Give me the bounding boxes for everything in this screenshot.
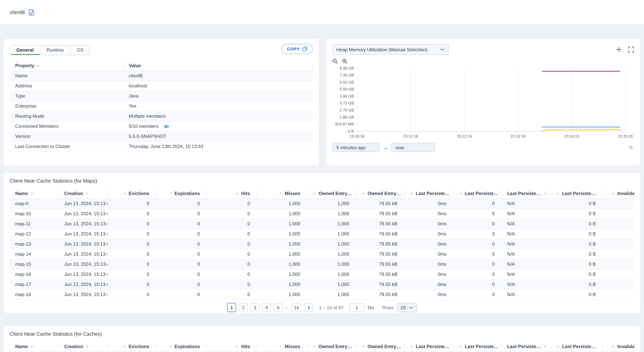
column-header-3[interactable]: Expirations	[156, 188, 207, 199]
page: clientB GeneralRuntimeOS COPY PropertyVa…	[0, 0, 644, 352]
y-axis-label: 7.45 GB	[340, 73, 354, 77]
sort-caret-icon	[459, 346, 462, 348]
table-row[interactable]: map-14Jun 13, 2024, 15:13:450001,0001,00…	[10, 249, 634, 259]
property-cell: Address	[10, 81, 123, 91]
zoom-in-icon[interactable]	[342, 58, 348, 64]
metric-selector[interactable]: Heap Memory Utilization (Manual Selectio…	[332, 44, 449, 55]
sort-caret-icon	[556, 193, 560, 195]
sort-caret-icon	[612, 346, 615, 348]
copy-icon	[302, 47, 307, 51]
table-row[interactable]: map-11Jun 13, 2024, 15:13:440001,0001,00…	[10, 219, 634, 229]
time-from-input[interactable]	[332, 143, 380, 152]
rows-per-page-value: 10	[400, 305, 406, 310]
fullscreen-icon[interactable]	[628, 47, 634, 52]
column-header-9[interactable]: Last Persiste…	[454, 188, 502, 199]
property-cell: Type	[10, 91, 123, 101]
column-label: Hits	[241, 191, 250, 196]
page-button-2[interactable]: 2	[239, 303, 248, 312]
column-header-2[interactable]: Evictions	[108, 188, 156, 199]
table-row[interactable]: map-17Jun 13, 2024, 15:13:450001,0001,00…	[10, 279, 634, 290]
column-header-8[interactable]: Last Persiste…	[404, 188, 454, 199]
caches-stats-card: Client Near Cache Statistics (for Caches…	[3, 325, 641, 352]
column-header-5[interactable]: Misses	[257, 188, 307, 199]
table-row[interactable]: map-18Jun 13, 2024, 15:13:450001,0001,00…	[10, 290, 634, 300]
table-row: Version5.5.0-SNAPSHOT	[10, 131, 313, 141]
column-header-8[interactable]: Last Persiste…	[404, 342, 454, 352]
column-header-4[interactable]: Hits	[207, 342, 257, 352]
column-header-7[interactable]: Owned Entry…	[356, 342, 404, 352]
table-row[interactable]: map-13Jun 13, 2024, 15:13:450001,0001,00…	[10, 239, 634, 249]
time-to-input[interactable]	[391, 143, 435, 152]
column-header-2[interactable]: Evictions	[108, 342, 156, 352]
column-header-10[interactable]: Last Persiste…	[502, 342, 550, 352]
table-row[interactable]: map-15Jun 13, 2024, 15:13:450001,0001,00…	[10, 259, 634, 269]
tab-general[interactable]: General	[10, 45, 40, 55]
column-label: Evictions	[128, 344, 149, 350]
next-page-button[interactable]	[304, 303, 313, 312]
sort-caret-icon	[410, 346, 414, 348]
column-header-3[interactable]: Expirations	[156, 342, 207, 352]
column-header-0[interactable]: Name	[10, 342, 59, 352]
series-line-series-3	[542, 130, 620, 131]
add-chart-icon[interactable]	[616, 47, 622, 52]
column-label: Creation	[64, 344, 83, 349]
column-header-9[interactable]: Last Persiste…	[454, 342, 502, 352]
page-button-3[interactable]: 3	[250, 303, 260, 312]
sort-caret-icon	[30, 346, 34, 348]
page-button-5[interactable]: 5	[274, 303, 283, 312]
summary-row: GeneralRuntimeOS COPY PropertyValueNamec…	[3, 38, 641, 166]
zoom-out-icon[interactable]	[332, 58, 338, 64]
column-header-property[interactable]: Property	[10, 61, 123, 71]
property-cell: Enterprise	[10, 101, 123, 111]
document-icon[interactable]	[29, 9, 34, 15]
page-button-10[interactable]: 10	[292, 303, 302, 312]
column-header-11[interactable]: Last Persiste…	[550, 342, 603, 352]
property-cell: Connected Members	[10, 121, 123, 131]
page-number-input[interactable]	[350, 303, 364, 312]
sort-caret-icon	[279, 346, 282, 348]
table-row[interactable]: map-12Jun 13, 2024, 15:13:450001,0001,00…	[10, 229, 634, 239]
column-header-1[interactable]: Creation	[59, 188, 108, 199]
column-header-7[interactable]: Owned Entry…	[356, 188, 404, 199]
page-button-4[interactable]: 4	[262, 303, 271, 312]
copy-button-label: COPY	[287, 47, 300, 51]
chevron-down-icon	[440, 48, 444, 51]
table-row[interactable]: map-0Jun 13, 2024, 15:13:430001,0001,000…	[10, 199, 634, 209]
column-header-value[interactable]: Value	[123, 61, 313, 71]
column-header-12[interactable]: Invalida	[603, 342, 634, 352]
page-button-1[interactable]: 1	[227, 303, 236, 312]
tab-os[interactable]: OS	[70, 45, 90, 55]
go-button[interactable]: Go	[368, 305, 374, 310]
column-header-6[interactable]: Owned Entry…	[307, 342, 356, 352]
value-cell: Java	[123, 91, 313, 101]
copy-button[interactable]: COPY	[282, 44, 313, 54]
sort-caret-icon	[362, 193, 365, 195]
metric-selector-value: Heap Memory Utilization (Manual Selectio…	[336, 47, 428, 52]
sort-caret-icon	[85, 192, 89, 195]
sort-caret-icon	[313, 346, 316, 348]
column-header-0[interactable]: Name	[10, 188, 59, 199]
rows-per-page-select[interactable]: 10	[396, 303, 417, 312]
column-header-12[interactable]: Invalida	[603, 188, 634, 199]
property-cell: Version	[10, 131, 123, 141]
column-header-1[interactable]: Creation	[59, 342, 108, 352]
heap-memory-chart[interactable]: 15:10:1615:11:1615:12:1615:13:1615:14:16…	[332, 64, 635, 141]
column-label: Owned Entry…	[318, 191, 352, 196]
table-row[interactable]: map-10Jun 13, 2024, 15:13:440001,0001,00…	[10, 209, 634, 219]
tab-label: Runtime	[46, 47, 64, 53]
table-row: Addresslocalhost	[10, 81, 313, 91]
eye-icon[interactable]	[163, 124, 169, 129]
column-header-6[interactable]: Owned Entry…	[307, 188, 356, 199]
pagination: 12345–101 – 10 of 97GoRows10	[10, 303, 634, 312]
tab-runtime[interactable]: Runtime	[40, 45, 70, 55]
column-header-10[interactable]: Last Persiste…	[502, 188, 550, 199]
column-header-11[interactable]: Last Persiste…	[550, 188, 603, 199]
column-header-5[interactable]: Misses	[257, 342, 307, 352]
y-axis-label: 953.67 MB	[335, 122, 354, 126]
table-row: TypeJava	[10, 91, 313, 101]
settings-gear-icon[interactable]	[628, 145, 634, 150]
column-header-4[interactable]: Hits	[207, 188, 257, 199]
y-axis-label: 5.59 GB	[340, 87, 354, 91]
y-axis-label: 3.73 GB	[340, 101, 354, 105]
table-row[interactable]: map-16Jun 13, 2024, 15:13:450001,0001,00…	[10, 269, 634, 279]
